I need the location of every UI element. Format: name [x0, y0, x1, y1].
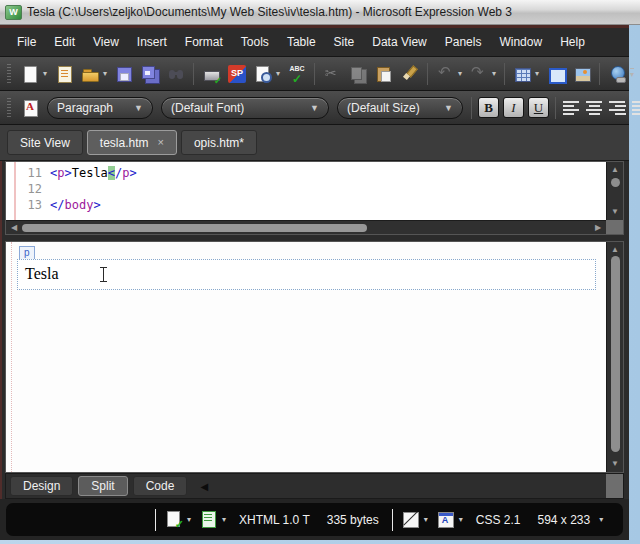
- view-tab-code[interactable]: Code: [133, 476, 188, 496]
- code-line[interactable]: 13</body>: [18, 197, 606, 213]
- chevron-down-icon[interactable]: [103, 69, 107, 78]
- menu-table[interactable]: Table: [278, 30, 325, 54]
- menu-window[interactable]: Window: [490, 30, 551, 54]
- tab-site-view[interactable]: Site View: [7, 130, 83, 155]
- tab-tesla-htm[interactable]: tesla.htm×: [87, 130, 177, 155]
- open-folder-icon: [81, 65, 99, 83]
- preview-browser-button[interactable]: [251, 62, 275, 86]
- page-dimensions-label[interactable]: 594 x 233: [538, 513, 591, 527]
- size-dropdown[interactable]: (Default Size): [337, 97, 463, 119]
- find-button[interactable]: [164, 62, 188, 86]
- copy-button[interactable]: [346, 62, 370, 86]
- toolbar-grip[interactable]: [7, 98, 11, 118]
- code-line[interactable]: 11<p>Tesla</p>: [18, 165, 606, 181]
- spell-check-button[interactable]: [285, 62, 309, 86]
- style-dropdown[interactable]: Paragraph: [47, 97, 153, 119]
- paragraph-block[interactable]: Tesla: [17, 259, 596, 290]
- visual-aids-icon[interactable]: [402, 511, 419, 528]
- code-horizontal-scrollbar[interactable]: ◀ ▶: [6, 220, 606, 234]
- align-center-icon[interactable]: [586, 100, 603, 115]
- chevron-down-icon[interactable]: [222, 515, 226, 524]
- redo-button[interactable]: [467, 62, 491, 86]
- toolbar-separator: [427, 63, 428, 85]
- open-folder-button[interactable]: [78, 62, 102, 86]
- format-painter-button[interactable]: [398, 62, 422, 86]
- chevron-down-icon[interactable]: [458, 69, 462, 78]
- insert-hyperlink-button[interactable]: [605, 62, 629, 86]
- paste-button[interactable]: [372, 62, 396, 86]
- menu-format[interactable]: Format: [176, 30, 232, 54]
- scroll-left-icon[interactable]: ◀: [200, 481, 208, 492]
- scroll-up-icon[interactable]: ▲: [607, 244, 623, 256]
- scroll-right-icon[interactable]: ▶: [592, 221, 604, 234]
- scrollbar-thumb[interactable]: [611, 256, 620, 452]
- view-tab-design[interactable]: Design: [10, 476, 73, 496]
- menu-insert[interactable]: Insert: [128, 30, 176, 54]
- design-vertical-scrollbar[interactable]: ▲ ▼: [606, 242, 623, 472]
- paste-icon: [375, 65, 393, 83]
- open-site-button[interactable]: [52, 62, 76, 86]
- chevron-down-icon[interactable]: [43, 69, 47, 78]
- scrollbar-thumb[interactable]: [22, 224, 367, 232]
- chevron-down-icon[interactable]: [492, 69, 496, 78]
- print-button[interactable]: [199, 62, 223, 86]
- scroll-down-icon[interactable]: ▼: [607, 458, 623, 470]
- align-left-icon[interactable]: [563, 100, 580, 115]
- insert-div-button[interactable]: [544, 62, 568, 86]
- code-line[interactable]: 12: [18, 181, 606, 197]
- insert-div-icon: [547, 65, 565, 83]
- scroll-up-icon[interactable]: ▲: [607, 164, 623, 176]
- code-errors-icon[interactable]: [200, 511, 217, 528]
- toolbar-grip[interactable]: [7, 64, 11, 84]
- tag-label[interactable]: p: [19, 246, 35, 260]
- style-application-icon[interactable]: [437, 511, 454, 528]
- menu-view[interactable]: View: [84, 30, 128, 54]
- chevron-down-icon[interactable]: [535, 69, 539, 78]
- toolbar-options-icon[interactable]: [630, 68, 634, 79]
- code-vertical-scrollbar[interactable]: ▲ ▼: [606, 162, 623, 220]
- chevron-down-icon[interactable]: [459, 515, 463, 524]
- code-editor[interactable]: 11<p>Tesla</p>1213</body>: [6, 162, 606, 220]
- cut-button[interactable]: [320, 62, 344, 86]
- new-document-button[interactable]: [18, 62, 42, 86]
- menu-data-view[interactable]: Data View: [363, 30, 435, 54]
- menu-tools[interactable]: Tools: [232, 30, 278, 54]
- insert-picture-button[interactable]: [570, 62, 594, 86]
- scroll-left-icon[interactable]: ◀: [8, 221, 20, 234]
- menu-edit[interactable]: Edit: [45, 30, 84, 54]
- chevron-down-icon[interactable]: [187, 515, 191, 524]
- apply-styles-button[interactable]: [18, 96, 42, 120]
- insert-hyperlink-icon: [608, 65, 626, 83]
- save-all-button[interactable]: [138, 62, 162, 86]
- design-canvas[interactable]: p Tesla: [6, 242, 606, 472]
- status-separator: [392, 509, 393, 531]
- scrollbar-corner: [606, 474, 623, 498]
- font-dropdown[interactable]: (Default Font): [161, 97, 329, 119]
- chevron-down-icon[interactable]: [599, 515, 603, 524]
- insert-table-button[interactable]: [510, 62, 534, 86]
- paragraph-text[interactable]: Tesla: [25, 265, 59, 283]
- menu-site[interactable]: Site: [325, 30, 364, 54]
- undo-button[interactable]: [433, 62, 457, 86]
- chevron-down-icon[interactable]: [276, 69, 280, 78]
- menu-panels[interactable]: Panels: [436, 30, 491, 54]
- align-right-icon[interactable]: [609, 100, 626, 115]
- toolbar-separator: [314, 63, 315, 85]
- close-icon[interactable]: ×: [158, 137, 164, 148]
- compatibility-check-icon[interactable]: [165, 511, 182, 528]
- tab-opis-htm[interactable]: opis.htm*: [181, 130, 257, 155]
- justify-icon[interactable]: [632, 100, 640, 115]
- superpreview-icon: [228, 65, 246, 83]
- view-tab-split[interactable]: Split: [78, 476, 127, 496]
- menu-file[interactable]: File: [8, 30, 45, 54]
- save-button[interactable]: [112, 62, 136, 86]
- menu-help[interactable]: Help: [551, 30, 594, 54]
- scroll-down-icon[interactable]: ▼: [607, 206, 623, 218]
- scrollbar-thumb[interactable]: [611, 178, 620, 187]
- superpreview-button[interactable]: [225, 62, 249, 86]
- chevron-down-icon[interactable]: [424, 515, 428, 524]
- toolbar-separator: [193, 63, 194, 85]
- underline-button[interactable]: U: [528, 97, 549, 118]
- bold-button[interactable]: B: [478, 97, 499, 118]
- italic-button[interactable]: I: [503, 97, 524, 118]
